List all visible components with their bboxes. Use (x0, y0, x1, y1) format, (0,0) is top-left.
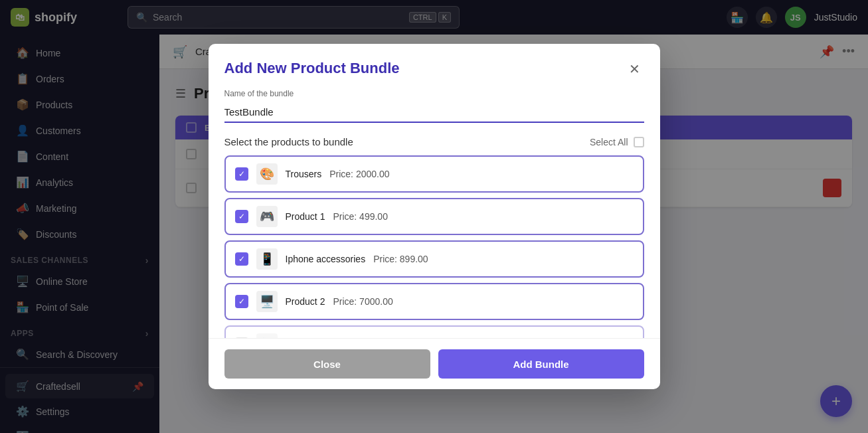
bundle-name-input[interactable] (224, 102, 644, 123)
content-area: 🛒 Craftedsell 📌 ••• ☰ Product Bundling B… (159, 35, 868, 433)
product-2-checkbox[interactable]: ✓ (235, 210, 248, 223)
modal-overlay: Add New Product Bundle ✕ Name of the bun… (159, 35, 868, 433)
product-3-name: Iphone accessories (286, 254, 366, 264)
product-5-checkbox[interactable] (235, 337, 248, 338)
products-select-label: Select the products to bundle (224, 136, 353, 147)
product-4-checkbox[interactable]: ✓ (235, 295, 248, 308)
product-3-icon: 📱 (256, 248, 278, 270)
product-item-5[interactable]: 🧤 White Gloves Price: 100.00 (224, 325, 644, 338)
product-list: ✓ 🎨 Trousers Price: 2000.00 ✓ 🎮 Product … (224, 155, 644, 338)
add-bundle-modal: Add New Product Bundle ✕ Name of the bun… (209, 44, 660, 389)
product-item-2[interactable]: ✓ 🎮 Product 1 Price: 499.00 (224, 198, 644, 235)
bundle-name-label: Name of the bundle (224, 89, 644, 98)
product-1-checkbox[interactable]: ✓ (235, 167, 248, 181)
product-1-price: Price: 2000.00 (329, 169, 389, 179)
select-all-area: Select All (590, 137, 644, 147)
product-2-name: Product 1 (286, 211, 325, 222)
select-all-checkbox[interactable] (634, 137, 644, 147)
product-3-price: Price: 899.00 (373, 254, 428, 264)
modal-close-button[interactable]: ✕ (626, 60, 644, 78)
product-4-price: Price: 7000.00 (333, 296, 392, 307)
modal-title: Add New Product Bundle (224, 60, 400, 77)
modal-body: Name of the bundle Select the products t… (209, 89, 660, 338)
modal-header: Add New Product Bundle ✕ (209, 44, 660, 89)
select-all-text: Select All (590, 137, 628, 147)
modal-footer: Close Add Bundle (209, 338, 660, 389)
add-bundle-button[interactable]: Add Bundle (438, 349, 644, 379)
close-button[interactable]: Close (224, 349, 430, 379)
product-4-icon: 🖥️ (256, 291, 278, 312)
product-1-icon: 🎨 (256, 163, 278, 185)
main-layout: 🏠 Home 📋 Orders 📦 Products 👤 Customers 📄… (0, 35, 868, 433)
product-item-4[interactable]: ✓ 🖥️ Product 2 Price: 7000.00 (224, 283, 644, 320)
product-4-name: Product 2 (286, 296, 325, 307)
product-2-icon: 🎮 (256, 206, 278, 227)
product-5-icon: 🧤 (256, 333, 278, 338)
product-3-checkbox[interactable]: ✓ (235, 252, 248, 266)
product-item-1[interactable]: ✓ 🎨 Trousers Price: 2000.00 (224, 155, 644, 193)
product-item-3[interactable]: ✓ 📱 Iphone accessories Price: 899.00 (224, 240, 644, 278)
product-1-name: Trousers (286, 169, 322, 179)
product-2-price: Price: 499.00 (333, 211, 388, 222)
products-header: Select the products to bundle Select All (224, 136, 644, 147)
